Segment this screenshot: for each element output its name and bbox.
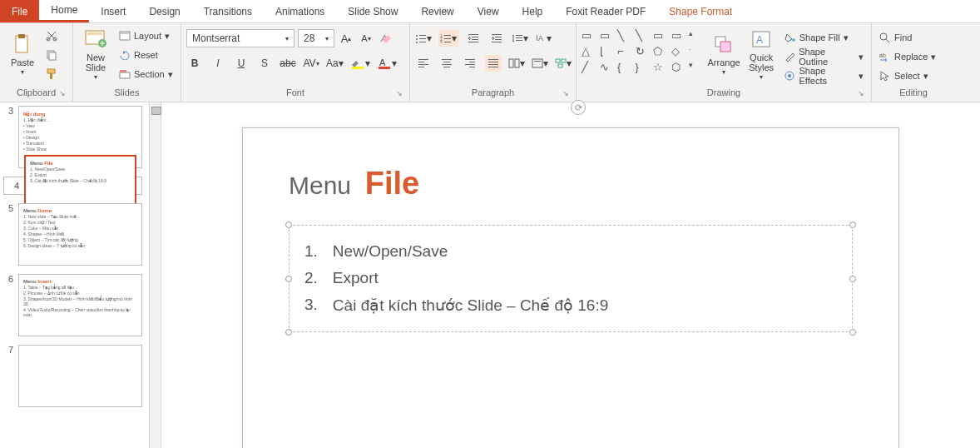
copy-icon[interactable] xyxy=(43,47,60,63)
thumb-number: 3 xyxy=(3,106,13,168)
svg-rect-32 xyxy=(472,37,478,37)
dialog-launcher-icon[interactable]: ↘ xyxy=(396,89,403,97)
resize-handle[interactable] xyxy=(849,276,856,282)
shadow-button[interactable]: S xyxy=(256,55,273,72)
layout-button[interactable]: Layout ▾ xyxy=(116,27,176,44)
align-left-icon[interactable] xyxy=(415,55,432,72)
shapes-gallery[interactable]: ▭▭╲╲▭▭▴ △⌊⌐↻⬠◇· ╱∿{}☆⬡▾ xyxy=(582,26,704,73)
slide-thumbnail[interactable]: 7 xyxy=(3,345,142,407)
svg-point-72 xyxy=(788,74,791,77)
line-spacing-icon[interactable]: ▾ xyxy=(512,30,528,47)
tab-foxit[interactable]: Foxit Reader PDF xyxy=(554,0,657,22)
format-painter-icon[interactable] xyxy=(43,66,60,82)
clipboard-icon xyxy=(11,32,34,56)
svg-point-19 xyxy=(416,35,418,37)
increase-indent-icon[interactable] xyxy=(488,30,505,47)
replace-icon: ab xyxy=(879,52,891,62)
decrease-indent-icon[interactable] xyxy=(465,30,482,47)
italic-button[interactable]: I xyxy=(210,55,226,72)
tab-file[interactable]: File xyxy=(0,0,39,22)
highlight-button[interactable]: ▾ xyxy=(350,55,370,72)
thumbnail-scrollbar[interactable] xyxy=(150,102,161,448)
group-slides: New Slide▾ Layout ▾ Reset Section ▾ Slid… xyxy=(73,23,181,102)
tab-review[interactable]: Review xyxy=(409,0,465,22)
clear-formatting-icon[interactable]: A xyxy=(378,30,394,47)
align-text-icon[interactable]: ▾ xyxy=(532,55,548,72)
columns-icon[interactable]: ▾ xyxy=(508,55,525,72)
select-button[interactable]: Select ▾ xyxy=(877,67,938,84)
slide-thumbnail[interactable]: 4Menu File1. New/Open/Save2. Export3. Cà… xyxy=(3,177,142,195)
svg-rect-52 xyxy=(469,62,475,62)
thumbnail-panel[interactable]: 3Nội dung1. Đặc điểm…• View• Insert• Des… xyxy=(0,102,150,448)
svg-rect-49 xyxy=(442,64,452,65)
svg-rect-65 xyxy=(558,64,562,67)
pen-icon xyxy=(784,52,796,62)
shape-outline-button[interactable]: Shape Outline ▾ xyxy=(782,48,866,65)
content-textbox[interactable]: 1.New/Open/Save2.Export3.Cài đặt kích th… xyxy=(289,225,853,332)
tab-slideshow[interactable]: Slide Show xyxy=(336,0,409,22)
decrease-font-icon[interactable]: A▾ xyxy=(358,30,374,47)
svg-rect-46 xyxy=(418,67,424,67)
list-item[interactable]: 2.Export xyxy=(304,269,837,287)
font-size-select[interactable]: 28▾ xyxy=(298,29,334,47)
underline-button[interactable]: U xyxy=(233,55,250,72)
tab-transitions[interactable]: Transitions xyxy=(192,0,264,22)
quick-styles-button[interactable]: A Quick Styles▾ xyxy=(745,26,779,82)
section-button[interactable]: Section ▾ xyxy=(116,66,176,82)
shape-fill-button[interactable]: Shape Fill ▾ xyxy=(782,29,866,46)
resize-handle[interactable] xyxy=(849,222,856,228)
replace-button[interactable]: abReplace ▾ xyxy=(877,48,938,65)
font-color-button[interactable]: A▾ xyxy=(377,55,397,72)
font-name-select[interactable]: Montserrat▾ xyxy=(186,29,294,47)
new-slide-button[interactable]: New Slide▾ xyxy=(78,26,113,82)
paste-button[interactable]: Paste▾ xyxy=(5,26,40,82)
dialog-launcher-icon[interactable]: ↘ xyxy=(858,89,864,97)
svg-rect-12 xyxy=(121,32,129,34)
svg-rect-1 xyxy=(18,34,25,38)
change-case-button[interactable]: Aa ▾ xyxy=(326,55,344,72)
bold-button[interactable]: B xyxy=(186,55,203,72)
tab-home[interactable]: Home xyxy=(39,0,89,22)
group-label-clipboard: Clipboard↘ xyxy=(5,87,67,99)
group-label-slides: Slides xyxy=(78,87,176,99)
find-button[interactable]: Find xyxy=(877,29,938,46)
list-item[interactable]: 1.New/Open/Save xyxy=(304,242,837,261)
resize-handle[interactable] xyxy=(285,329,292,336)
increase-font-icon[interactable]: A▴ xyxy=(338,30,354,47)
bullets-button[interactable]: ▾ xyxy=(415,30,432,47)
tab-view[interactable]: View xyxy=(466,0,511,22)
align-center-icon[interactable] xyxy=(438,55,455,72)
reset-button[interactable]: Reset xyxy=(116,47,176,63)
shape-effects-button[interactable]: Shape Effects ▾ xyxy=(782,67,866,84)
numbering-button[interactable]: 123▾ xyxy=(438,30,458,47)
slide-title: Menu File xyxy=(289,166,853,202)
resize-handle[interactable] xyxy=(285,222,292,228)
text-direction-icon[interactable]: ⅠA▾ xyxy=(535,30,552,47)
svg-rect-61 xyxy=(532,59,542,67)
svg-rect-53 xyxy=(465,64,475,65)
svg-rect-50 xyxy=(443,67,450,67)
cut-icon[interactable] xyxy=(43,27,60,44)
thumb-number: 4 xyxy=(9,181,19,191)
arrange-button[interactable]: Arrange▾ xyxy=(707,26,741,82)
resize-handle[interactable] xyxy=(285,276,292,282)
char-spacing-button[interactable]: AV▾ xyxy=(303,55,319,72)
dialog-launcher-icon[interactable]: ↘ xyxy=(562,89,569,97)
list-item[interactable]: 3.Cài đặt kích thước Slide – Chế độ 16:9 xyxy=(304,296,837,315)
slide-thumbnail[interactable]: 6Menu Insert1. Table – Tạo bảng số liệu2… xyxy=(3,274,142,336)
effects-icon xyxy=(784,71,796,81)
tab-animations[interactable]: Animations xyxy=(264,0,336,22)
resize-handle[interactable] xyxy=(849,329,856,336)
tab-help[interactable]: Help xyxy=(511,0,555,22)
svg-rect-60 xyxy=(515,59,519,67)
dialog-launcher-icon[interactable]: ↘ xyxy=(59,89,66,97)
justify-icon[interactable] xyxy=(485,55,502,72)
slide-thumbnail[interactable]: 5Menu Home1. New slide – Tạo Slide mới2.… xyxy=(3,203,142,266)
strike-button[interactable]: abc xyxy=(280,55,296,72)
tab-shape-format[interactable]: Shape Format xyxy=(657,0,744,22)
smartart-icon[interactable]: ▾ xyxy=(555,55,572,72)
tab-insert[interactable]: Insert xyxy=(89,0,137,22)
rotate-handle-icon[interactable]: ⟳ xyxy=(571,100,586,115)
align-right-icon[interactable] xyxy=(462,55,478,72)
tab-design[interactable]: Design xyxy=(137,0,191,22)
